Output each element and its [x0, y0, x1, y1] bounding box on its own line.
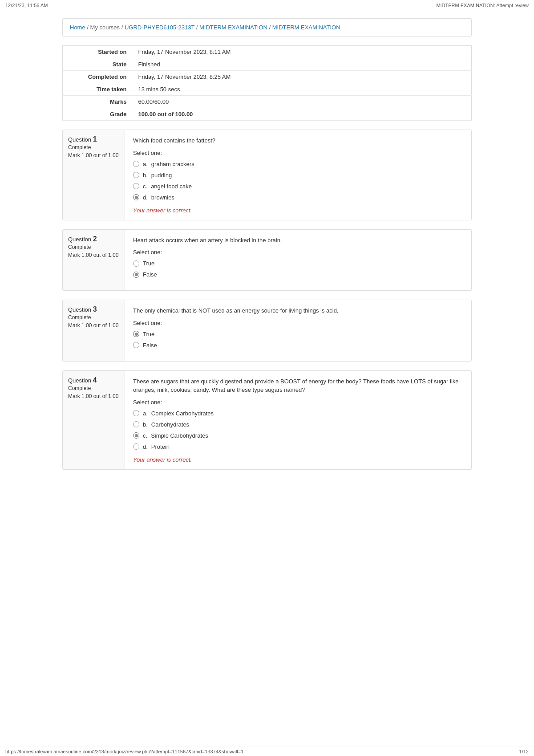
radio-icon-3-2 — [133, 342, 139, 348]
summary-marks-label: Marks — [63, 96, 134, 108]
select-one-label-2: Select one: — [133, 249, 463, 256]
top-bar-title: MIDTERM EXAMINATION: Attempt review — [436, 3, 529, 8]
radio-icon-3-1 — [133, 331, 139, 337]
page-wrapper: Home / My courses / UGRD-PHYED6105-2313T… — [53, 11, 481, 486]
summary-row-marks: Marks 60.00/60.00 — [63, 96, 472, 108]
select-one-label-4: Select one: — [133, 399, 463, 406]
summary-row-time: Time taken 13 mins 50 secs — [63, 83, 472, 96]
top-bar-datetime: 12/21/23, 11:56 AM — [5, 3, 48, 8]
summary-state-value: Finished — [134, 58, 472, 71]
question-block-4: Question 4 Complete Mark 1.00 out of 1.0… — [62, 370, 472, 470]
option-letter-1-4: d. — [143, 194, 148, 201]
option-letter-1-2: b. — [143, 172, 148, 179]
options-list-1: a. graham crackers b. pudding c. angel f… — [133, 160, 463, 202]
question-text-1: Which food contains the fattest? — [133, 136, 463, 145]
question-block-2: Question 2 Complete Mark 1.00 out of 1.0… — [62, 229, 472, 291]
radio-icon-4-1 — [133, 410, 139, 416]
summary-row-completed: Completed on Friday, 17 November 2023, 8… — [63, 71, 472, 83]
option-letter-1-3: c. — [143, 183, 147, 190]
breadcrumb-sep1: / — [87, 24, 90, 31]
breadcrumb: Home / My courses / UGRD-PHYED6105-2313T… — [62, 18, 472, 37]
options-list-3: True False — [133, 330, 463, 350]
options-list-4: a. Complex Carbohydrates b. Carbohydrate… — [133, 409, 463, 451]
question-content-4: These are sugars that are quickly digest… — [125, 371, 471, 469]
breadcrumb-exam2[interactable]: MIDTERM EXAMINATION — [272, 24, 340, 31]
question-sidebar-3: Question 3 Complete Mark 1.00 out of 1.0… — [63, 300, 125, 361]
summary-started-value: Friday, 17 November 2023, 8:11 AM — [134, 46, 472, 58]
option-letter-4-1: a. — [143, 410, 148, 417]
option-text-2-1: True — [143, 260, 154, 267]
breadcrumb-course[interactable]: UGRD-PHYED6105-2313T — [125, 24, 194, 31]
correct-msg-1: Your answer is correct. — [133, 207, 463, 214]
breadcrumb-mycourses: My courses — [90, 24, 120, 31]
option-text-1-1: graham crackers — [151, 161, 194, 167]
question-mark-1: Mark 1.00 out of 1.00 — [68, 152, 119, 159]
question-content-2: Heart attack occurs when an artery is bl… — [125, 230, 471, 291]
question-sidebar-2: Question 2 Complete Mark 1.00 out of 1.0… — [63, 230, 125, 291]
summary-grade-label: Grade — [63, 108, 134, 121]
summary-completed-value: Friday, 17 November 2023, 8:25 AM — [134, 71, 472, 83]
option-letter-1-1: a. — [143, 161, 148, 167]
question-sidebar-1: Question 1 Complete Mark 1.00 out of 1.0… — [63, 130, 125, 220]
breadcrumb-exam1[interactable]: MIDTERM EXAMINATION — [199, 24, 267, 31]
option-text-4-3: Simple Carbohydrates — [151, 432, 208, 439]
question-number-4: Question 4 — [68, 376, 119, 384]
option-3-1[interactable]: True — [133, 330, 463, 338]
summary-row-state: State Finished — [63, 58, 472, 71]
option-text-1-4: brownies — [151, 194, 174, 201]
summary-completed-label: Completed on — [63, 71, 134, 83]
correct-msg-4: Your answer is correct. — [133, 456, 463, 463]
question-status-3: Complete — [68, 314, 119, 321]
question-sidebar-4: Question 4 Complete Mark 1.00 out of 1.0… — [63, 371, 125, 469]
option-text-1-3: angel food cake — [151, 183, 192, 190]
select-one-label-1: Select one: — [133, 150, 463, 156]
radio-icon-1-4 — [133, 194, 139, 200]
option-text-1-2: pudding — [151, 172, 172, 179]
option-4-2[interactable]: b. Carbohydrates — [133, 420, 463, 429]
radio-icon-1-3 — [133, 183, 139, 189]
option-text-3-2: False — [143, 342, 157, 349]
summary-state-label: State — [63, 58, 134, 71]
question-mark-2: Mark 1.00 out of 1.00 — [68, 252, 119, 258]
radio-icon-2-1 — [133, 260, 139, 267]
option-2-1[interactable]: True — [133, 259, 463, 268]
question-status-4: Complete — [68, 385, 119, 391]
breadcrumb-sep3: / — [196, 24, 199, 31]
option-2-2[interactable]: False — [133, 270, 463, 279]
question-block-3: Question 3 Complete Mark 1.00 out of 1.0… — [62, 300, 472, 362]
option-text-4-1: Complex Carbohydrates — [151, 410, 214, 417]
option-4-1[interactable]: a. Complex Carbohydrates — [133, 409, 463, 418]
option-4-3[interactable]: c. Simple Carbohydrates — [133, 431, 463, 440]
radio-icon-2-2 — [133, 272, 139, 278]
breadcrumb-sep4: / — [269, 24, 272, 31]
option-4-4[interactable]: d. Protein — [133, 443, 463, 451]
summary-grade-value: 100.00 out of 100.00 — [134, 108, 472, 121]
radio-icon-4-4 — [133, 443, 139, 450]
option-1-3[interactable]: c. angel food cake — [133, 182, 463, 191]
question-text-4: These are sugars that are quickly digest… — [133, 377, 463, 394]
summary-row-started: Started on Friday, 17 November 2023, 8:1… — [63, 46, 472, 58]
question-status-1: Complete — [68, 144, 119, 150]
summary-time-label: Time taken — [63, 83, 134, 96]
summary-started-label: Started on — [63, 46, 134, 58]
breadcrumb-sep2: / — [121, 24, 125, 31]
question-number-1: Question 1 — [68, 135, 119, 143]
option-1-4[interactable]: d. brownies — [133, 193, 463, 202]
top-bar: 12/21/23, 11:56 AM MIDTERM EXAMINATION: … — [0, 0, 534, 11]
option-1-1[interactable]: a. graham crackers — [133, 160, 463, 168]
breadcrumb-home[interactable]: Home — [70, 24, 85, 31]
question-number-2: Question 2 — [68, 235, 119, 243]
option-1-2[interactable]: b. pudding — [133, 171, 463, 179]
question-block-1: Question 1 Complete Mark 1.00 out of 1.0… — [62, 130, 472, 220]
options-list-2: True False — [133, 259, 463, 279]
question-text-2: Heart attack occurs when an artery is bl… — [133, 236, 463, 245]
option-text-4-4: Protein — [151, 443, 170, 450]
question-mark-3: Mark 1.00 out of 1.00 — [68, 322, 119, 329]
option-3-2[interactable]: False — [133, 341, 463, 350]
question-text-3: The only chemical that is NOT used as an… — [133, 306, 463, 315]
radio-icon-4-3 — [133, 432, 139, 439]
radio-icon-1-2 — [133, 172, 139, 178]
question-status-2: Complete — [68, 244, 119, 250]
summary-table: Started on Friday, 17 November 2023, 8:1… — [62, 45, 472, 121]
select-one-label-3: Select one: — [133, 320, 463, 326]
